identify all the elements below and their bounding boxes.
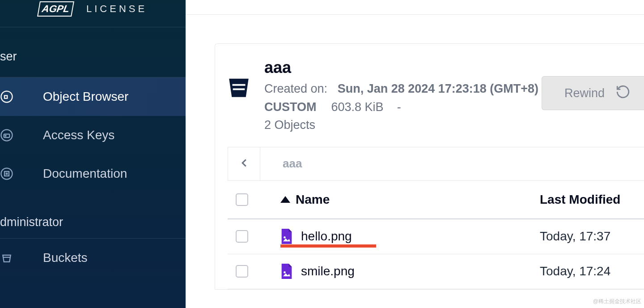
file-modified: Today, 17:24 [540,264,610,278]
column-name-label: Name [296,192,330,207]
rewind-button[interactable]: Rewind [542,76,644,110]
image-file-icon [280,264,293,279]
svg-rect-11 [233,88,245,90]
svg-point-0 [1,91,13,103]
object-table: Name Last Modified [228,181,644,289]
bucket-name: aaa [264,58,644,77]
row-checkbox[interactable] [236,230,248,243]
row-checkbox[interactable] [236,265,248,278]
column-header-modified[interactable]: Last Modified [540,192,620,207]
main-divider [186,14,644,15]
breadcrumb-path[interactable]: aaa [260,147,302,180]
access-keys-icon [0,128,13,142]
sidebar-section-administrator: dministrator [0,215,186,229]
documentation-icon [0,167,13,180]
sidebar-item-label: Object Browser [43,90,128,104]
select-all-checkbox[interactable] [236,193,248,206]
sidebar-item-object-browser[interactable]: Object Browser [0,77,186,116]
sidebar-section-user: ser [0,27,186,77]
header-checkbox-cell [236,193,280,206]
bucket-size: 603.8 KiB [331,100,384,114]
svg-rect-6 [4,171,9,176]
svg-point-4 [5,135,6,136]
table-row[interactable]: smile.png Today, 17:24 [228,254,644,289]
breadcrumb-back-button[interactable] [228,147,260,180]
svg-point-12 [284,236,286,239]
file-name: hello.png [301,229,352,244]
highlight-underline [280,244,376,248]
bucket-object-count: 2 Objects [264,118,315,132]
buckets-icon [0,251,13,265]
bucket-separator: - [397,100,401,114]
table-header: Name Last Modified [228,181,644,219]
sidebar-item-label: Documentation [43,167,127,181]
sort-asc-icon [280,196,290,203]
license-logo: AGPL LICENSE [38,1,147,17]
access-value: CUSTOM [264,100,317,114]
row-checkbox-cell [236,230,280,243]
sidebar: AGPL LICENSE ser Object Browser Access K… [0,0,186,308]
image-file-icon [280,229,293,244]
file-name: smile.png [301,264,355,278]
svg-point-2 [1,130,13,141]
file-name-cell: smile.png [280,264,540,279]
row-checkbox-cell [236,265,280,278]
file-modified: Today, 17:37 [540,229,610,244]
sidebar-top: AGPL LICENSE [0,0,186,27]
main-content: aaa Created on: Sun, Jan 28 2024 17:23:1… [186,0,644,308]
watermark: @稀土掘金技术社区 [593,298,641,305]
agpl-logo-icon: AGPL [37,1,74,17]
object-browser-icon [0,90,13,103]
column-header-name[interactable]: Name [280,192,540,207]
svg-rect-10 [233,84,246,86]
svg-point-5 [1,168,13,180]
svg-point-13 [284,271,286,274]
sidebar-item-access-keys[interactable]: Access Keys [0,116,186,154]
license-label: LICENSE [86,3,147,15]
chevron-left-icon [237,156,251,171]
created-value: Sun, Jan 28 2024 17:23:18 (GMT+8) [338,82,538,95]
breadcrumb: aaa [228,147,644,181]
table-row[interactable]: hello.png Today, 17:37 [228,219,644,254]
rewind-icon [615,84,631,103]
sidebar-item-label: Access Keys [43,128,114,142]
column-modified-label: Last Modified [540,192,620,206]
rewind-label: Rewind [564,86,605,100]
sidebar-item-buckets[interactable]: Buckets [0,239,186,277]
bucket-card: aaa Created on: Sun, Jan 28 2024 17:23:1… [215,43,644,290]
sidebar-item-label: Buckets [43,251,88,265]
bucket-icon [226,74,252,100]
svg-rect-1 [4,96,7,98]
sidebar-item-documentation[interactable]: Documentation [0,154,186,193]
file-name-cell: hello.png [280,229,540,244]
created-label: Created on: [264,82,327,95]
